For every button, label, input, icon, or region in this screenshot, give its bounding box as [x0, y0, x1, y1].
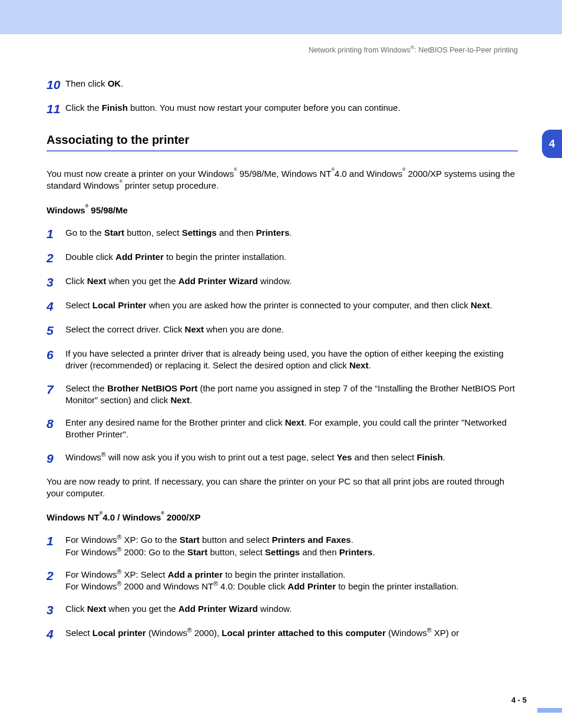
sub1-after-paragraph: You are now ready to print. If necessary… [47, 476, 518, 500]
step-text: For Windows® XP: Go to the Start button … [65, 534, 518, 558]
step-number: 4 [47, 627, 65, 641]
header-text: Network printing from Windows®: NetBIOS … [309, 46, 518, 54]
step-number: 7 [47, 383, 65, 396]
step: 10Then click OK. [47, 78, 518, 91]
subsection-2-title: Windows NT®4.0 / Windows® 2000/XP [47, 512, 518, 522]
step-number: 3 [47, 603, 65, 617]
top-steps-list: 10Then click OK.11Click the Finish butto… [47, 78, 518, 116]
intro-paragraph: You must now create a printer on your Wi… [47, 168, 518, 192]
page-content: Network printing from Windows®: NetBIOS … [47, 46, 518, 651]
step-number: 8 [47, 417, 65, 430]
step-text: Click the Finish button. You must now re… [65, 102, 518, 114]
step-text: For Windows® XP: Select Add a printer to… [65, 569, 518, 593]
step-number: 9 [47, 452, 65, 465]
step-number: 2 [47, 569, 65, 582]
step-text: Enter any desired name for the Brother p… [65, 417, 518, 441]
page-header: Network printing from Windows®: NetBIOS … [47, 46, 518, 54]
sub2-steps-list: 1For Windows® XP: Go to the Start button… [47, 534, 518, 641]
step: 3Click Next when you get the Add Printer… [47, 603, 518, 617]
step: 11Click the Finish button. You must now … [47, 102, 518, 116]
step: 3Click Next when you get the Add Printer… [47, 275, 518, 289]
step-number: 2 [47, 251, 65, 265]
chapter-tab: 4 [542, 130, 562, 158]
step-number: 4 [47, 299, 65, 313]
step: 5Select the correct driver. Click Next w… [47, 324, 518, 337]
step: 6If you have selected a printer driver t… [47, 348, 518, 372]
step-text: Go to the Start button, select Settings … [65, 227, 518, 239]
step: 1For Windows® XP: Go to the Start button… [47, 534, 518, 558]
step-number: 1 [47, 534, 65, 548]
step-text: Click Next when you get the Add Printer … [65, 603, 518, 615]
step: 4Select Local printer (Windows® 2000), L… [47, 627, 518, 641]
step-text: Click Next when you get the Add Printer … [65, 275, 518, 287]
step-text: Select Local Printer when you are asked … [65, 299, 518, 311]
step: 2For Windows® XP: Select Add a printer t… [47, 569, 518, 593]
page-number: 4 - 5 [511, 696, 527, 704]
section-title: Associating to the printer [47, 133, 518, 147]
step: 1Go to the Start button, select Settings… [47, 227, 518, 241]
sub1-steps-list: 1Go to the Start button, select Settings… [47, 227, 518, 465]
chapter-number: 4 [549, 138, 555, 150]
step-text: Select Local printer (Windows® 2000), Lo… [65, 627, 518, 639]
step-number: 1 [47, 227, 65, 241]
step-number: 10 [47, 78, 65, 91]
step-text: Then click OK. [65, 78, 518, 90]
step: 7Select the Brother NetBIOS Port (the po… [47, 383, 518, 407]
step: 2Double click Add Printer to begin the p… [47, 251, 518, 265]
step-number: 3 [47, 275, 65, 289]
subsection-1-title: Windows® 95/98/Me [47, 205, 518, 215]
step-text: Windows® will now ask you if you wish to… [65, 452, 518, 463]
step: 9Windows® will now ask you if you wish t… [47, 452, 518, 465]
step: 4Select Local Printer when you are asked… [47, 299, 518, 313]
section-underline [47, 150, 518, 151]
step-number: 5 [47, 324, 65, 337]
corner-accent [537, 708, 562, 713]
step-text: Select the correct driver. Click Next wh… [65, 324, 518, 335]
step-text: If you have selected a printer driver th… [65, 348, 518, 372]
top-band [0, 0, 562, 34]
step-text: Double click Add Printer to begin the pr… [65, 251, 518, 263]
step-text: Select the Brother NetBIOS Port (the por… [65, 383, 518, 407]
step: 8Enter any desired name for the Brother … [47, 417, 518, 441]
page-footer: 4 - 5 [511, 696, 527, 704]
step-number: 6 [47, 348, 65, 361]
step-number: 11 [47, 102, 65, 116]
